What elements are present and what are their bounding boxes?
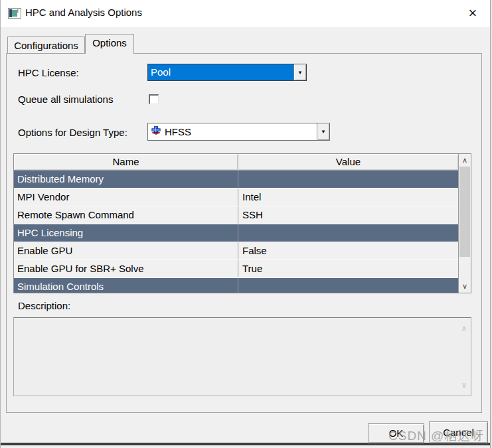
table-row[interactable]: Enable GPUFalse	[14, 242, 458, 260]
table-row[interactable]: Enable GPU for SBR+ SolveTrue	[14, 260, 458, 278]
table-row[interactable]: Simulation Controls	[14, 278, 458, 293]
hpc-license-dropdown[interactable]: Pool ▼	[147, 64, 307, 81]
cell-name: HPC Licensing	[14, 224, 238, 242]
design-type-label: Options for Design Type:	[18, 127, 127, 138]
description-box[interactable]: ∧ ∨	[13, 317, 471, 396]
scroll-down-icon[interactable]: ∨	[458, 379, 470, 391]
hpc-license-value: Pool	[148, 64, 293, 80]
cell-value	[238, 278, 458, 293]
cell-value: False	[238, 242, 458, 260]
table-scrollbar[interactable]: ∧ ∨	[458, 154, 471, 293]
hpc-license-label: HPC License:	[18, 67, 79, 78]
titlebar: HPC and Analysis Options ×	[1, 0, 490, 27]
description-label: Description:	[18, 300, 70, 311]
table-row[interactable]: Remote Spawn CommandSSH	[14, 206, 458, 224]
tab-options[interactable]: Options	[85, 34, 134, 54]
scrollbar-thumb[interactable]	[459, 167, 470, 257]
design-type-value: HFSS	[165, 126, 191, 137]
cell-name: Distributed Memory	[14, 171, 238, 188]
cell-value: Intel	[238, 188, 458, 206]
description-scrollbar[interactable]: ∧ ∨	[458, 319, 470, 395]
hfss-design-icon	[151, 125, 161, 138]
dialog-title: HPC and Analysis Options	[25, 7, 142, 18]
queue-all-checkbox[interactable]	[149, 94, 159, 104]
cell-value	[238, 224, 458, 242]
table-header-row: Name Value	[14, 154, 471, 171]
cell-name: Simulation Controls	[14, 278, 238, 293]
table-body: Distributed MemoryMPI VendorIntelRemote …	[14, 171, 458, 293]
cell-name: Remote Spawn Command	[14, 206, 238, 224]
app-icon	[8, 8, 21, 19]
description-text	[17, 320, 456, 394]
cell-name: Enable GPU	[14, 242, 238, 260]
cell-value	[238, 171, 458, 188]
watermark-text: CSDN @栖迟呀	[388, 427, 484, 445]
table-row[interactable]: MPI VendorIntel	[14, 188, 458, 206]
cell-value: True	[238, 260, 458, 277]
column-header-name[interactable]: Name	[14, 154, 238, 170]
tab-configurations[interactable]: Configurations	[7, 37, 85, 53]
chevron-down-icon[interactable]: ▼	[317, 123, 329, 140]
table-row[interactable]: HPC Licensing	[14, 224, 458, 242]
queue-all-label: Queue all simulations	[18, 94, 113, 105]
design-type-dropdown[interactable]: HFSS ▼	[147, 123, 330, 141]
scroll-up-icon[interactable]: ∧	[459, 154, 471, 166]
cell-name: MPI Vendor	[14, 188, 238, 206]
cell-value: SSH	[238, 206, 458, 224]
scroll-down-icon[interactable]: ∨	[459, 280, 471, 292]
close-icon[interactable]: ×	[463, 4, 482, 23]
column-header-value[interactable]: Value	[238, 154, 458, 170]
options-property-table: Name Value Distributed MemoryMPI VendorI…	[13, 153, 471, 293]
table-row[interactable]: Distributed Memory	[14, 171, 458, 188]
dialog-window: HPC and Analysis Options × Configuration…	[0, 0, 491, 448]
cell-name: Enable GPU for SBR+ Solve	[14, 260, 238, 277]
scroll-up-icon[interactable]: ∧	[458, 323, 470, 335]
options-tab-page: HPC License: Pool ▼ Queue all simulation…	[6, 53, 482, 413]
chevron-down-icon[interactable]: ▼	[293, 64, 306, 80]
